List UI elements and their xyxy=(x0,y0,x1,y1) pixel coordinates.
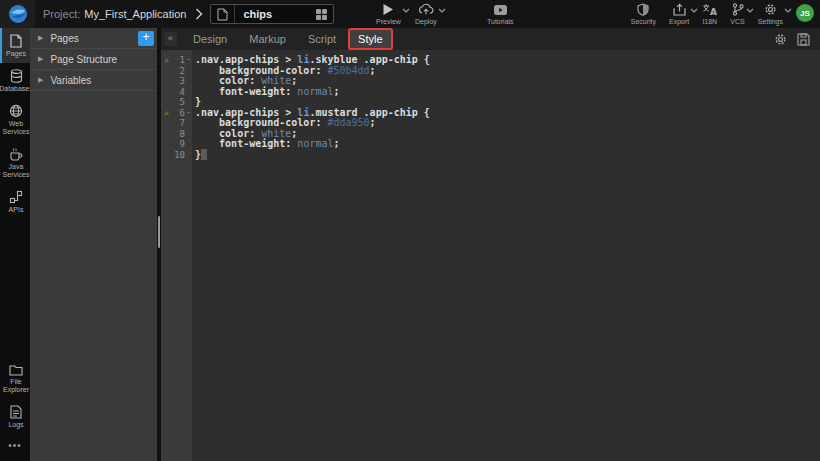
caret-right-icon: ▶ xyxy=(38,76,43,84)
chevron-down-icon[interactable] xyxy=(438,8,446,13)
workspace: PagesDatabasesWeb ServicesJava ServicesA… xyxy=(0,28,820,461)
gutter-line-2[interactable]: 2 xyxy=(161,66,192,77)
user-avatar[interactable]: JS xyxy=(796,4,814,22)
breadcrumb: Project: My_First_Application chips xyxy=(43,4,334,24)
line-number: 8 xyxy=(172,129,185,140)
settings-button[interactable]: Settings xyxy=(758,3,783,25)
code-line-4[interactable]: font-weight: normal; xyxy=(195,87,820,98)
code-line-9[interactable]: font-weight: normal; xyxy=(195,139,820,150)
collapse-panel-button[interactable]: « xyxy=(164,32,177,46)
tab-markup[interactable]: Markup xyxy=(241,30,294,48)
style-settings-gear-icon[interactable] xyxy=(774,33,787,46)
sidebar-item-databases[interactable]: Databases xyxy=(0,63,30,98)
video-tutorials-icon xyxy=(493,3,508,16)
grid-icon[interactable] xyxy=(310,8,333,21)
panel-row-page-structure[interactable]: ▶Page Structure xyxy=(30,49,157,70)
tutorials-label: Tutorials xyxy=(487,18,514,25)
gutter-line-5[interactable]: 5 xyxy=(161,97,192,108)
splitter-handle[interactable] xyxy=(158,216,160,248)
deploy-button[interactable]: Deploy xyxy=(415,3,437,25)
logs-icon xyxy=(10,405,22,419)
coffee-icon xyxy=(9,147,23,161)
chevron-right-icon xyxy=(195,8,203,20)
tabbar-actions xyxy=(774,33,820,46)
pages-panel: ▶Pages+▶Page Structure▶Variables xyxy=(30,28,157,461)
chevron-down-icon[interactable] xyxy=(690,8,698,13)
editor-tab-bar: « DesignMarkupScriptStyle xyxy=(161,28,820,50)
sidebar-item-label: Web Services xyxy=(3,120,30,136)
export-button[interactable]: Export xyxy=(669,3,689,25)
fold-marker-icon[interactable]: - xyxy=(185,108,192,119)
play-icon xyxy=(382,3,394,16)
sidebar-item-pages[interactable]: Pages xyxy=(0,28,30,63)
tutorials-button[interactable]: Tutorials xyxy=(487,3,514,25)
editor-gutter: ⚠1-2345⚠6-78910 xyxy=(161,50,192,461)
sidebar-item-web-services[interactable]: Web Services xyxy=(0,98,30,141)
sidebar-item-file-explorer[interactable]: File Explorer xyxy=(0,358,30,399)
preview-button[interactable]: Preview xyxy=(376,3,401,25)
sidebar-item-label: Databases xyxy=(0,85,33,93)
app-logo[interactable] xyxy=(0,0,35,28)
cloud-upload-icon xyxy=(418,3,434,16)
gutter-line-1[interactable]: ⚠1- xyxy=(161,55,192,66)
line-number: 2 xyxy=(172,66,185,77)
export-label: Export xyxy=(669,18,689,25)
panel-splitter[interactable] xyxy=(157,28,161,461)
save-icon[interactable] xyxy=(797,33,810,46)
database-icon xyxy=(10,69,23,83)
code-line-10[interactable]: } xyxy=(195,150,820,161)
tab-design[interactable]: Design xyxy=(185,30,235,48)
gutter-line-3[interactable]: 3 xyxy=(161,76,192,87)
gutter-line-10[interactable]: 10 xyxy=(161,150,192,161)
i18n-button[interactable]: A I18N xyxy=(702,3,717,25)
sidebar-item-label: APIs xyxy=(9,206,24,214)
chevron-down-icon[interactable] xyxy=(746,8,754,13)
export-icon xyxy=(673,3,686,16)
git-branch-icon xyxy=(732,3,744,16)
chevron-down-icon[interactable] xyxy=(402,8,410,13)
vcs-button[interactable]: VCS xyxy=(730,3,744,25)
sidebar-item-label: Java Services xyxy=(3,163,30,179)
gutter-line-9[interactable]: 9 xyxy=(161,139,192,150)
deploy-label: Deploy xyxy=(415,18,437,25)
sidebar-item-apis[interactable]: APIs xyxy=(0,184,30,219)
globe-icon xyxy=(9,104,23,118)
sidebar-item-label: Logs xyxy=(8,421,23,429)
topbar-right-toolbar: Security Export A I18N xyxy=(631,3,814,25)
add-page-button[interactable]: + xyxy=(138,31,154,46)
panel-rows: ▶Pages+▶Page Structure▶Variables xyxy=(30,28,157,91)
panel-row-pages[interactable]: ▶Pages+ xyxy=(30,28,157,49)
i18n-label: I18N xyxy=(702,18,717,25)
panel-row-variables[interactable]: ▶Variables xyxy=(30,70,157,91)
api-icon xyxy=(9,190,23,204)
sidebar-more-button[interactable]: ••• xyxy=(0,434,30,461)
page-name: chips xyxy=(243,8,310,20)
editor-code[interactable]: .nav.app-chips > li.skyblue .app-chip { … xyxy=(192,50,820,461)
page-selector[interactable]: chips xyxy=(210,4,334,24)
tab-style[interactable]: Style xyxy=(350,30,390,48)
left-icon-sidebar: PagesDatabasesWeb ServicesJava ServicesA… xyxy=(0,28,30,461)
translate-icon: A xyxy=(702,3,717,16)
gutter-line-7[interactable]: 7 xyxy=(161,118,192,129)
panel-row-label: Variables xyxy=(50,75,154,86)
line-number: 1 xyxy=(172,55,185,66)
tab-script[interactable]: Script xyxy=(300,30,344,48)
fold-marker-icon[interactable]: - xyxy=(185,55,192,66)
line-number: 6 xyxy=(172,108,185,119)
wavemaker-logo-icon xyxy=(8,4,28,24)
gutter-line-8[interactable]: 8 xyxy=(161,129,192,140)
security-button[interactable]: Security xyxy=(631,3,656,25)
project-name[interactable]: My_First_Application xyxy=(84,8,186,20)
caret-right-icon: ▶ xyxy=(38,34,43,42)
panel-row-label: Page Structure xyxy=(50,54,154,65)
editor-area: « DesignMarkupScriptStyle xyxy=(161,28,820,461)
gutter-line-4[interactable]: 4 xyxy=(161,87,192,98)
svg-text:A: A xyxy=(710,7,717,16)
preview-label: Preview xyxy=(376,18,401,25)
gutter-line-6[interactable]: ⚠6- xyxy=(161,108,192,119)
sidebar-item-java-services[interactable]: Java Services xyxy=(0,141,30,184)
css-code-editor[interactable]: ⚠1-2345⚠6-78910 .nav.app-chips > li.skyb… xyxy=(161,50,820,461)
sidebar-item-logs[interactable]: Logs xyxy=(0,399,30,434)
warning-icon: ⚠ xyxy=(161,55,172,66)
chevron-down-icon[interactable] xyxy=(784,8,792,13)
